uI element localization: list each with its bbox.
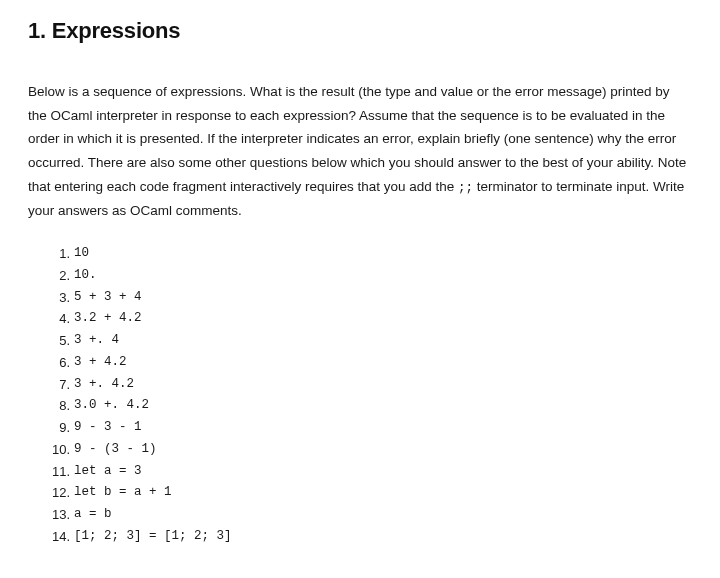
list-item: 3 + 4.2 [74,352,692,374]
list-item: [1; 2; 3] = [1; 2; 3] [74,526,692,548]
list-item: let a = 3 [74,461,692,483]
list-item: 10. [74,265,692,287]
list-item: 3 +. 4.2 [74,374,692,396]
intro-code-terminator: ;; [458,181,473,195]
intro-text-1: Below is a sequence of expressions. What… [28,84,686,194]
section-heading: 1. Expressions [28,18,692,44]
list-item: a = b [74,504,692,526]
list-item: 3.2 + 4.2 [74,308,692,330]
list-item: 10 [74,243,692,265]
list-item: let b = a + 1 [74,482,692,504]
list-item: 3.0 +. 4.2 [74,395,692,417]
intro-paragraph: Below is a sequence of expressions. What… [28,80,692,223]
list-item: 3 +. 4 [74,330,692,352]
list-item: 5 + 3 + 4 [74,287,692,309]
list-item: 9 - 3 - 1 [74,417,692,439]
expression-list: 10 10. 5 + 3 + 4 3.2 + 4.2 3 +. 4 3 + 4.… [28,243,692,548]
list-item: 9 - (3 - 1) [74,439,692,461]
